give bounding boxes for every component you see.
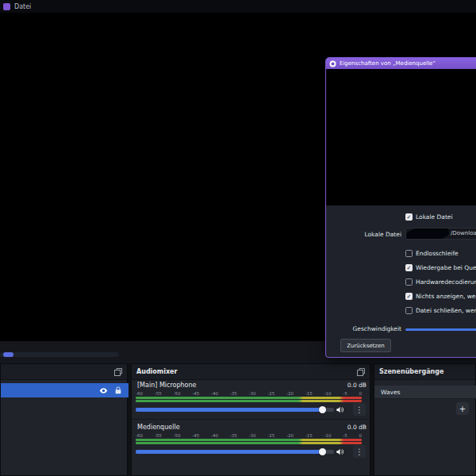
volume-slider-handle[interactable]: [319, 406, 326, 413]
sources-panel: [0, 363, 128, 476]
checkbox-nichts-anzeigen[interactable]: ✓: [405, 293, 413, 300]
properties-dialog: Eigenschaften von „Medienquelle“ ✓ Lokal…: [325, 57, 476, 358]
checkbox-label: Hardwaredecodierung verwenden, wenn verf…: [416, 278, 476, 286]
redaction-scribble: [405, 228, 450, 240]
obs-logo-icon: [329, 60, 336, 67]
dialog-titlebar[interactable]: Eigenschaften von „Medienquelle“: [326, 58, 476, 69]
horizontal-scrollbar[interactable]: [0, 352, 119, 357]
media-preview: [326, 69, 476, 205]
meter-scale: -60-55-50-45-40-35-30-25-20-15-10-50: [136, 433, 362, 438]
speed-label: Geschwindigkeit: [326, 325, 401, 332]
scene-transitions-header: Szenenübergänge: [374, 364, 475, 380]
speaker-icon[interactable]: [336, 447, 344, 456]
channel-menu-button[interactable]: ⋮: [353, 445, 366, 458]
channel-name: Medienquelle: [137, 424, 180, 431]
meter-scale: -60-55-50-45-40-35-30-25-20-15-10-50: [136, 391, 362, 396]
audio-mixer-header: Audiomixer: [132, 364, 370, 380]
channel-divider: [132, 419, 371, 420]
checkbox-datei-schliessen[interactable]: [405, 307, 413, 314]
volume-slider[interactable]: [136, 408, 334, 412]
option-row: Endlosschleife: [326, 250, 476, 259]
speaker-icon[interactable]: [336, 405, 344, 414]
window-titlebar: Datei: [0, 0, 476, 13]
option-row: ✓ Wiedergabe bei Quellenaktivierung neu …: [326, 264, 476, 273]
channel-db-value: 0.0 dB: [347, 424, 367, 431]
menu-item-datei[interactable]: Datei: [14, 3, 31, 10]
option-row: ✓ Nichts anzeigen, wenn die Wiedergabe e…: [326, 293, 476, 301]
file-path-field[interactable]: /Downloads/0614: [405, 228, 476, 240]
popout-icon[interactable]: [357, 368, 365, 376]
speed-slider[interactable]: [405, 328, 476, 331]
transition-selected-value: Waves: [381, 389, 401, 396]
scene-transitions-panel: Szenenübergänge Waves +: [374, 363, 476, 476]
dialog-title: Eigenschaften von „Medienquelle“: [340, 60, 436, 67]
volume-slider-handle[interactable]: [319, 448, 326, 455]
option-row: Hardwaredecodierung verwenden, wenn verf…: [326, 278, 476, 287]
audio-meter: [136, 439, 362, 441]
option-row: Datei schließen, wenn inaktiv: [326, 307, 476, 316]
reset-button[interactable]: Zurücksetzen: [340, 339, 391, 352]
checkbox-label: Nichts anzeigen, wenn die Wiedergabe end…: [416, 293, 476, 300]
mixer-channel: Medienquelle 0.0 dB -60-55-50-45-40-35-3…: [132, 424, 371, 461]
file-row: Lokale Datei /Downloads/0614: [326, 228, 476, 240]
channel-db-value: 0.0 dB: [347, 382, 367, 389]
checkbox-endlosschleife[interactable]: [405, 250, 413, 257]
audio-meter: [136, 400, 362, 402]
audio-meter: [136, 442, 362, 444]
scrollbar-thumb[interactable]: [3, 352, 13, 357]
checkbox-wiedergabe-neustart[interactable]: ✓: [405, 264, 413, 271]
mixer-channel: [Main] Microphone 0.0 dB -60-55-50-45-40…: [132, 382, 371, 419]
option-row: ✓ Lokale Datei: [326, 213, 476, 222]
visibility-eye-icon[interactable]: [99, 386, 108, 395]
scene-transitions-title: Szenenübergänge: [379, 368, 443, 375]
checkbox-lokale-datei[interactable]: ✓: [405, 213, 413, 221]
checkbox-label: Wiedergabe bei Quellenaktivierung neu st…: [416, 264, 476, 271]
checkbox-label: Datei schließen, wenn inaktiv: [416, 307, 476, 314]
speed-row: Geschwindigkeit: [326, 323, 476, 334]
checkbox-label: Lokale Datei: [416, 213, 453, 221]
popout-icon[interactable]: [114, 368, 122, 376]
obs-window: Datei: [0, 0, 476, 476]
checkbox-hardwaredecodierung[interactable]: [405, 278, 413, 286]
add-transition-button[interactable]: +: [456, 402, 469, 415]
channel-name: [Main] Microphone: [137, 382, 196, 389]
sources-panel-header: [1, 364, 127, 380]
source-row-selected[interactable]: [1, 383, 129, 397]
audio-mixer-title: Audiomixer: [136, 368, 177, 375]
audio-mixer-panel: Audiomixer [Main] Microphone 0.0 dB -60-…: [131, 363, 370, 476]
lock-icon[interactable]: [114, 386, 122, 394]
checkbox-label: Endlosschleife: [416, 250, 459, 257]
audio-meter: [136, 397, 362, 399]
dock-area: Audiomixer [Main] Microphone 0.0 dB -60-…: [0, 363, 476, 476]
volume-slider[interactable]: [136, 450, 334, 454]
transition-select[interactable]: Waves: [374, 386, 476, 399]
file-path-value: /Downloads/0614: [451, 228, 476, 239]
app-icon: [3, 3, 10, 10]
file-field-label: Lokale Datei: [326, 231, 401, 238]
channel-menu-button[interactable]: ⋮: [353, 403, 366, 416]
